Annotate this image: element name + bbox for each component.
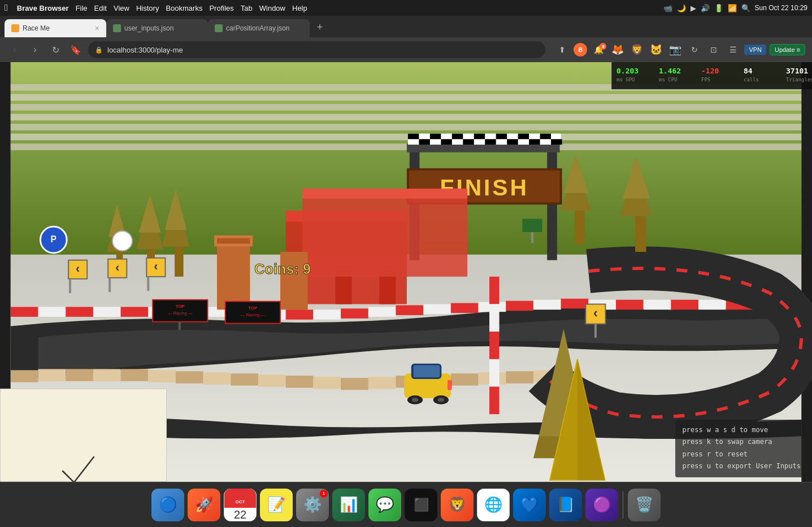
svg-rect-10 — [11, 307, 38, 317]
address-text: localhost:3000/play-me — [107, 46, 539, 54]
tab-label-user-inputs: user_inputs.json — [124, 24, 201, 32]
triangles-value: 37101 — [786, 66, 812, 76]
menu-bookmarks[interactable]: Bookmarks — [166, 4, 202, 12]
dock-finder[interactable]: 🔵 — [151, 489, 184, 521]
nav-right: ⬆ B 🔔 8 🦊 🦁 🐱 📷 ↻ ⊡ ☰ VPN Update ≡ — [554, 42, 805, 58]
menu-history[interactable]: History — [136, 4, 159, 12]
dock-brave[interactable]: 🦁 — [441, 489, 474, 521]
apple-menu[interactable]:  — [5, 3, 8, 13]
stickies-icon: 📝 — [267, 496, 285, 513]
tab-race-me[interactable]: Race Me × — [5, 19, 106, 37]
bookmark-button[interactable]: 🔖 — [68, 42, 84, 58]
svg-rect-88 — [474, 134, 485, 140]
svg-text:‹: ‹ — [76, 262, 80, 276]
svg-rect-98 — [551, 139, 562, 145]
stat-fps: -120 FPS — [701, 66, 732, 85]
menubar-icons: 📹 🌙 ▶ 🔊 🔋 📶 🔍 — [663, 4, 750, 12]
game-content[interactable]: FINISH P ‹ ‹ ‹ — [0, 62, 812, 482]
reload-button[interactable]: ↻ — [47, 42, 63, 58]
brave-shield[interactable]: B — [574, 43, 587, 56]
system-prefs-icon: ⚙️ — [303, 496, 322, 513]
extension-btn-5[interactable]: ↻ — [687, 42, 702, 58]
dock-stickies[interactable]: 📝 — [260, 489, 293, 521]
svg-rect-135 — [522, 219, 542, 232]
sidebar-toggle[interactable]: ⊡ — [706, 42, 722, 58]
svg-rect-48 — [286, 376, 314, 387]
svg-rect-32 — [616, 300, 644, 310]
svg-rect-58 — [489, 277, 500, 304]
extension-btn-3[interactable]: 🐱 — [648, 42, 664, 58]
svg-text:— Racing —: — Racing — — [168, 311, 193, 316]
svg-rect-97 — [529, 139, 540, 145]
svg-rect-118 — [69, 280, 71, 293]
menu-window[interactable]: Window — [259, 4, 285, 12]
dock-messages[interactable]: 💬 — [368, 489, 401, 521]
dock-launchpad[interactable]: 🚀 — [188, 489, 220, 521]
vpn-button[interactable]: VPN — [744, 45, 766, 55]
svg-rect-139 — [594, 324, 597, 338]
menu-edit[interactable]: Edit — [94, 4, 107, 12]
svg-rect-60 — [489, 332, 500, 359]
svg-rect-14 — [121, 307, 149, 317]
system-prefs-badge: 1 — [320, 490, 328, 498]
tab-close-race-me[interactable]: × — [95, 24, 99, 33]
extension-btn-4[interactable]: 📷 — [667, 42, 683, 58]
calendar-month: OCT — [236, 499, 245, 504]
search-icon[interactable]: 🔍 — [741, 4, 750, 12]
menu-file[interactable]: File — [76, 4, 88, 12]
dock-calendar[interactable]: OCT 22 — [224, 489, 257, 521]
drawing-canvas[interactable] — [0, 389, 167, 482]
dock-word[interactable]: 📘 — [549, 489, 582, 521]
svg-rect-7 — [11, 134, 801, 141]
tab-icon-car-position — [215, 24, 223, 32]
svg-rect-51 — [368, 377, 396, 389]
dock-system-prefs[interactable]: ⚙️ 1 — [296, 489, 329, 521]
svg-rect-41 — [93, 369, 121, 381]
fps-label: FPS — [701, 76, 732, 84]
svg-rect-44 — [176, 371, 203, 383]
share-button[interactable]: ⬆ — [554, 42, 570, 58]
svg-rect-8 — [11, 143, 801, 150]
update-button[interactable]: Update ≡ — [770, 44, 805, 55]
svg-rect-34 — [671, 300, 698, 310]
dock-terminal[interactable]: ⬛ — [405, 489, 437, 521]
new-tab-button[interactable]: + — [312, 19, 328, 35]
menu-icon[interactable]: ☰ — [725, 42, 741, 58]
lock-icon: 🔒 — [95, 46, 103, 54]
svg-rect-13 — [93, 307, 121, 317]
wifi-icon: 📶 — [728, 4, 737, 12]
svg-text:TOP: TOP — [176, 304, 185, 309]
menu-tab[interactable]: Tab — [241, 4, 253, 12]
svg-rect-3 — [11, 94, 801, 101]
svg-rect-46 — [231, 373, 258, 385]
svg-rect-94 — [463, 139, 474, 145]
back-button[interactable]: ‹ — [7, 42, 23, 58]
address-bar[interactable]: 🔒 localhost:3000/play-me — [88, 41, 545, 58]
calls-value: 84 — [744, 66, 775, 76]
dock-teams[interactable]: 🟣 — [585, 489, 618, 521]
menu-help[interactable]: Help — [292, 4, 307, 12]
controls-hint: press w a s d to move press k to swap ca… — [675, 420, 807, 477]
svg-rect-26 — [451, 303, 479, 313]
chrome-icon: 🌐 — [484, 496, 502, 513]
svg-rect-111 — [217, 238, 250, 244]
menu-view[interactable]: View — [114, 4, 129, 12]
svg-rect-107 — [302, 189, 467, 277]
dock-chrome[interactable]: 🌐 — [477, 489, 510, 521]
extension-btn-1[interactable]: 🦊 — [610, 42, 626, 58]
tab-user-inputs[interactable]: user_inputs.json — [106, 19, 208, 37]
dock-vscode[interactable]: 💙 — [513, 489, 546, 521]
dock-activity-monitor[interactable]: 📊 — [332, 489, 365, 521]
word-icon: 📘 — [557, 496, 575, 513]
tab-car-position[interactable]: carPositionArray.json — [208, 19, 310, 37]
extension-btn-2[interactable]: 🦁 — [629, 42, 645, 58]
launchpad-icon: 🚀 — [195, 496, 213, 513]
calendar-badge: OCT 22 — [224, 489, 256, 521]
forward-button[interactable]: › — [27, 42, 43, 58]
svg-rect-87 — [452, 134, 463, 140]
menu-profiles[interactable]: Profiles — [209, 4, 233, 12]
stat-cpu: 1.462 ms CPU — [659, 66, 690, 85]
dock-trash[interactable]: 🗑️ — [628, 489, 661, 521]
svg-rect-25 — [423, 304, 451, 314]
svg-text:TOP: TOP — [248, 306, 257, 311]
